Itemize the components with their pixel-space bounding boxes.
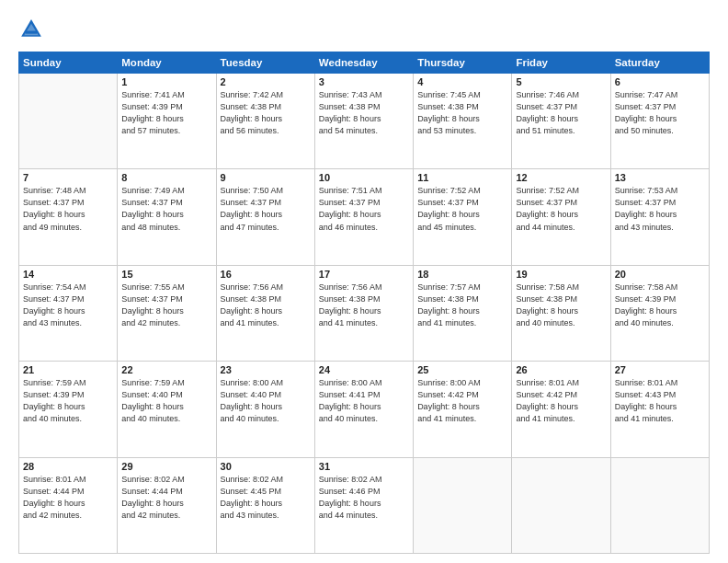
calendar-cell: 3Sunrise: 7:43 AM Sunset: 4:38 PM Daylig…	[314, 74, 413, 169]
calendar-cell: 12Sunrise: 7:52 AM Sunset: 4:37 PM Dayli…	[512, 169, 610, 265]
logo-icon	[18, 17, 44, 42]
day-info: Sunrise: 7:52 AM Sunset: 4:37 PM Dayligh…	[516, 185, 606, 233]
calendar-cell: 2Sunrise: 7:42 AM Sunset: 4:38 PM Daylig…	[216, 74, 314, 169]
calendar-cell: 31Sunrise: 8:02 AM Sunset: 4:46 PM Dayli…	[314, 457, 413, 553]
calendar-cell: 19Sunrise: 7:58 AM Sunset: 4:38 PM Dayli…	[512, 265, 610, 361]
day-number: 17	[319, 269, 409, 280]
calendar-cell	[610, 457, 709, 553]
day-info: Sunrise: 8:02 AM Sunset: 4:44 PM Dayligh…	[121, 474, 211, 522]
calendar-cell: 10Sunrise: 7:51 AM Sunset: 4:37 PM Dayli…	[314, 169, 413, 265]
calendar-cell: 11Sunrise: 7:52 AM Sunset: 4:37 PM Dayli…	[414, 169, 512, 265]
calendar-cell: 6Sunrise: 7:47 AM Sunset: 4:37 PM Daylig…	[610, 74, 709, 169]
calendar-week-3: 14Sunrise: 7:54 AM Sunset: 4:37 PM Dayli…	[19, 265, 710, 361]
calendar-week-2: 7Sunrise: 7:48 AM Sunset: 4:37 PM Daylig…	[19, 169, 710, 265]
calendar-cell: 9Sunrise: 7:50 AM Sunset: 4:37 PM Daylig…	[216, 169, 314, 265]
weekday-header-monday: Monday	[118, 52, 216, 74]
day-info: Sunrise: 7:51 AM Sunset: 4:37 PM Dayligh…	[319, 185, 409, 233]
calendar-cell	[19, 74, 118, 169]
day-number: 1	[121, 76, 211, 87]
day-info: Sunrise: 8:01 AM Sunset: 4:44 PM Dayligh…	[23, 474, 113, 522]
day-number: 11	[417, 172, 507, 183]
day-info: Sunrise: 7:42 AM Sunset: 4:38 PM Dayligh…	[221, 89, 311, 137]
day-number: 14	[23, 269, 113, 280]
logo	[18, 17, 48, 42]
weekday-header-friday: Friday	[512, 52, 610, 74]
day-number: 22	[121, 364, 211, 375]
day-info: Sunrise: 7:52 AM Sunset: 4:37 PM Dayligh…	[417, 185, 507, 233]
svg-rect-2	[26, 31, 37, 34]
calendar-cell: 1Sunrise: 7:41 AM Sunset: 4:39 PM Daylig…	[118, 74, 216, 169]
day-number: 4	[417, 76, 507, 87]
calendar-cell: 13Sunrise: 7:53 AM Sunset: 4:37 PM Dayli…	[610, 169, 709, 265]
weekday-header-wednesday: Wednesday	[314, 52, 413, 74]
calendar-cell: 21Sunrise: 7:59 AM Sunset: 4:39 PM Dayli…	[19, 362, 118, 457]
day-info: Sunrise: 7:47 AM Sunset: 4:37 PM Dayligh…	[615, 89, 705, 137]
day-number: 19	[516, 269, 606, 280]
day-number: 10	[319, 172, 409, 183]
calendar-week-5: 28Sunrise: 8:01 AM Sunset: 4:44 PM Dayli…	[19, 457, 710, 553]
day-number: 23	[221, 364, 311, 375]
weekday-header-tuesday: Tuesday	[216, 52, 314, 74]
day-number: 26	[516, 364, 606, 375]
day-number: 3	[319, 76, 409, 87]
calendar-table: SundayMondayTuesdayWednesdayThursdayFrid…	[18, 52, 710, 554]
calendar-week-1: 1Sunrise: 7:41 AM Sunset: 4:39 PM Daylig…	[19, 74, 710, 169]
calendar-cell: 29Sunrise: 8:02 AM Sunset: 4:44 PM Dayli…	[118, 457, 216, 553]
day-info: Sunrise: 7:48 AM Sunset: 4:37 PM Dayligh…	[23, 185, 113, 233]
day-info: Sunrise: 7:46 AM Sunset: 4:37 PM Dayligh…	[516, 89, 606, 137]
calendar-cell: 26Sunrise: 8:01 AM Sunset: 4:42 PM Dayli…	[512, 362, 610, 457]
calendar-cell: 30Sunrise: 8:02 AM Sunset: 4:45 PM Dayli…	[216, 457, 314, 553]
weekday-header-thursday: Thursday	[414, 52, 512, 74]
day-info: Sunrise: 7:41 AM Sunset: 4:39 PM Dayligh…	[121, 89, 211, 137]
day-number: 28	[23, 461, 113, 472]
day-number: 8	[121, 172, 211, 183]
day-info: Sunrise: 8:01 AM Sunset: 4:42 PM Dayligh…	[516, 377, 606, 425]
day-info: Sunrise: 7:57 AM Sunset: 4:38 PM Dayligh…	[417, 282, 507, 329]
day-number: 13	[615, 172, 705, 183]
day-number: 20	[615, 269, 705, 280]
calendar-cell: 4Sunrise: 7:45 AM Sunset: 4:38 PM Daylig…	[414, 74, 512, 169]
day-number: 7	[23, 172, 113, 183]
calendar-cell: 8Sunrise: 7:49 AM Sunset: 4:37 PM Daylig…	[118, 169, 216, 265]
calendar-cell: 15Sunrise: 7:55 AM Sunset: 4:37 PM Dayli…	[118, 265, 216, 361]
calendar-cell: 25Sunrise: 8:00 AM Sunset: 4:42 PM Dayli…	[414, 362, 512, 457]
day-info: Sunrise: 8:00 AM Sunset: 4:41 PM Dayligh…	[319, 377, 409, 425]
day-info: Sunrise: 7:56 AM Sunset: 4:38 PM Dayligh…	[221, 282, 311, 329]
day-number: 9	[221, 172, 311, 183]
calendar-week-4: 21Sunrise: 7:59 AM Sunset: 4:39 PM Dayli…	[19, 362, 710, 457]
day-info: Sunrise: 7:43 AM Sunset: 4:38 PM Dayligh…	[319, 89, 409, 137]
day-info: Sunrise: 8:00 AM Sunset: 4:42 PM Dayligh…	[417, 377, 507, 425]
day-number: 6	[615, 76, 705, 87]
day-number: 2	[221, 76, 311, 87]
day-info: Sunrise: 7:49 AM Sunset: 4:37 PM Dayligh…	[121, 185, 211, 233]
day-number: 24	[319, 364, 409, 375]
calendar-cell: 22Sunrise: 7:59 AM Sunset: 4:40 PM Dayli…	[118, 362, 216, 457]
calendar-cell: 16Sunrise: 7:56 AM Sunset: 4:38 PM Dayli…	[216, 265, 314, 361]
day-info: Sunrise: 7:56 AM Sunset: 4:38 PM Dayligh…	[319, 282, 409, 329]
calendar-cell: 17Sunrise: 7:56 AM Sunset: 4:38 PM Dayli…	[314, 265, 413, 361]
day-info: Sunrise: 7:50 AM Sunset: 4:37 PM Dayligh…	[221, 185, 311, 233]
weekday-header-row: SundayMondayTuesdayWednesdayThursdayFrid…	[19, 52, 710, 74]
calendar-cell: 18Sunrise: 7:57 AM Sunset: 4:38 PM Dayli…	[414, 265, 512, 361]
day-number: 16	[221, 269, 311, 280]
day-number: 15	[121, 269, 211, 280]
day-number: 18	[417, 269, 507, 280]
calendar-cell: 27Sunrise: 8:01 AM Sunset: 4:43 PM Dayli…	[610, 362, 709, 457]
day-info: Sunrise: 7:53 AM Sunset: 4:37 PM Dayligh…	[615, 185, 705, 233]
calendar-cell: 24Sunrise: 8:00 AM Sunset: 4:41 PM Dayli…	[314, 362, 413, 457]
day-number: 30	[221, 461, 311, 472]
day-info: Sunrise: 7:54 AM Sunset: 4:37 PM Dayligh…	[23, 282, 113, 329]
day-number: 31	[319, 461, 409, 472]
day-number: 25	[417, 364, 507, 375]
day-info: Sunrise: 8:02 AM Sunset: 4:46 PM Dayligh…	[319, 474, 409, 522]
day-info: Sunrise: 7:55 AM Sunset: 4:37 PM Dayligh…	[121, 282, 211, 329]
page: SundayMondayTuesdayWednesdayThursdayFrid…	[0, 0, 728, 563]
calendar-cell: 14Sunrise: 7:54 AM Sunset: 4:37 PM Dayli…	[19, 265, 118, 361]
calendar-cell	[414, 457, 512, 553]
calendar-cell: 5Sunrise: 7:46 AM Sunset: 4:37 PM Daylig…	[512, 74, 610, 169]
day-number: 27	[615, 364, 705, 375]
day-number: 21	[23, 364, 113, 375]
calendar-cell: 28Sunrise: 8:01 AM Sunset: 4:44 PM Dayli…	[19, 457, 118, 553]
header	[18, 17, 710, 42]
day-info: Sunrise: 7:59 AM Sunset: 4:40 PM Dayligh…	[121, 377, 211, 425]
